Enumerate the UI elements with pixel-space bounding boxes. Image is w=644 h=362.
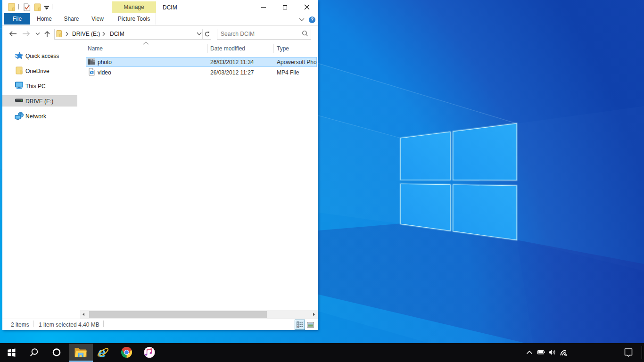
svg-text:e: e [98,345,106,360]
